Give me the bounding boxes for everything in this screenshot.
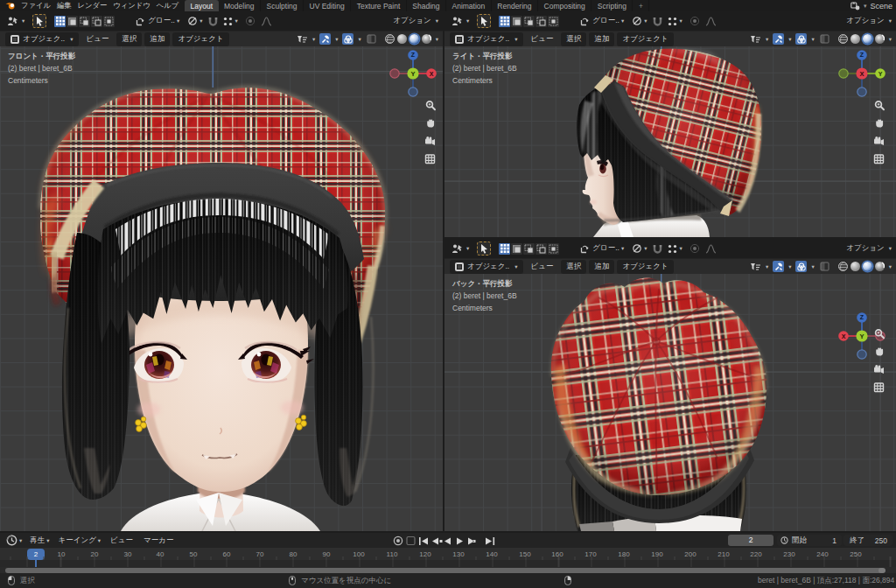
svg-text:X: X xyxy=(430,71,434,77)
svg-text:Y: Y xyxy=(859,332,864,340)
svg-text:Y: Y xyxy=(878,71,883,77)
svg-text:X: X xyxy=(842,333,846,340)
svg-text:Z: Z xyxy=(860,314,864,320)
svg-text:Y: Y xyxy=(410,70,415,78)
svg-text:X: X xyxy=(859,70,864,78)
svg-text:Z: Z xyxy=(860,52,864,58)
svg-text:Z: Z xyxy=(411,52,416,58)
